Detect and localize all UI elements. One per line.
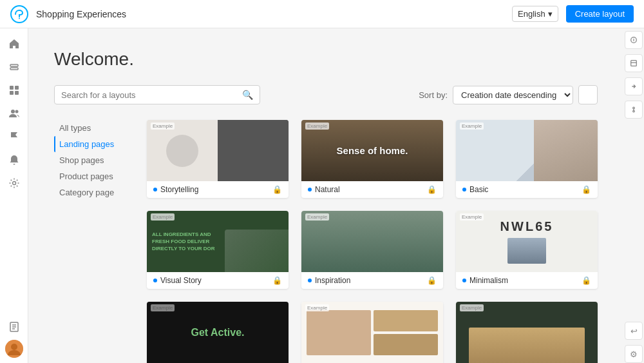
card-dot: [462, 188, 466, 191]
layout-body: All types Landing pages Shop pages Produ…: [54, 120, 598, 363]
thumb-basic: Example: [456, 120, 598, 181]
thumb-picture-grid: Example: [301, 302, 443, 363]
svg-point-19: [634, 38, 634, 39]
lock-icon: 🔒: [272, 185, 282, 194]
card-vibrant[interactable]: Example Get Active. Vibrant 🔒: [147, 302, 289, 363]
card-minimalism-label: Minimalism: [469, 276, 508, 285]
right-panel-icon-1[interactable]: [625, 31, 643, 49]
card-storytelling[interactable]: Example Storytelling 🔒: [147, 120, 289, 198]
svg-rect-4: [10, 86, 14, 90]
logo[interactable]: [10, 5, 28, 23]
svg-point-1: [19, 17, 20, 19]
card-dot: [153, 188, 157, 191]
svg-rect-5: [15, 86, 19, 90]
thumb-visual-story: Example ALL INGREDIENTS AND FRESH FOOD D…: [147, 211, 289, 272]
svg-rect-3: [10, 68, 18, 70]
welcome-title: Welcome.: [54, 49, 598, 70]
natural-overlay-text: Sense of home.: [337, 145, 408, 156]
right-panel-settings[interactable]: ⚙: [625, 345, 643, 363]
sidebar-icon-home[interactable]: [4, 34, 24, 54]
sidebar-icon-pages[interactable]: [4, 317, 24, 337]
right-panel-undo[interactable]: ↩: [625, 322, 643, 340]
cat-shop-pages[interactable]: Shop pages: [54, 152, 131, 168]
svg-rect-7: [15, 91, 19, 95]
content-area: Welcome. 🔍 Sort by: Creation date descen…: [28, 28, 623, 363]
category-nav: All types Landing pages Shop pages Produ…: [54, 120, 131, 363]
cat-all-types[interactable]: All types: [54, 120, 131, 136]
svg-point-22: [633, 107, 635, 109]
cat-category-page[interactable]: Category page: [54, 184, 131, 201]
card-basic-label: Basic: [469, 185, 488, 194]
sidebar-icon-flag[interactable]: [4, 126, 24, 147]
cat-landing-pages[interactable]: Landing pages: [54, 136, 131, 152]
card-dot: [462, 279, 466, 282]
svg-rect-20: [631, 61, 637, 66]
thumb-inspiration: Example: [301, 211, 443, 272]
card-picture-grid[interactable]: Example Picture grid: [301, 302, 443, 363]
sidebar-icon-grid[interactable]: [4, 80, 24, 101]
lock-icon: 🔒: [582, 276, 591, 285]
right-panel: ↩ ⚙: [623, 28, 644, 363]
card-inspiration[interactable]: Example Inspiration 🔒: [301, 211, 443, 289]
card-visual-story[interactable]: Example ALL INGREDIENTS AND FRESH FOOD D…: [147, 211, 289, 289]
card-minimalism[interactable]: Example NWL65 Minimalism 🔒: [456, 211, 598, 289]
lock-icon: 🔒: [427, 276, 437, 285]
language-select[interactable]: English ▾: [512, 6, 558, 22]
card-dot: [308, 188, 312, 191]
cat-product-pages[interactable]: Product pages: [54, 168, 131, 184]
sidebar-icon-layers[interactable]: [4, 57, 24, 77]
search-icon: 🔍: [242, 90, 253, 100]
thumb-natural: Example Sense of home.: [301, 120, 443, 181]
card-visual-story-label: Visual Story: [160, 276, 202, 285]
card-basic[interactable]: Example Basic 🔒: [456, 120, 598, 198]
lock-icon: 🔒: [582, 185, 591, 194]
svg-point-8: [11, 110, 15, 113]
template-grid: Example Storytelling 🔒: [147, 120, 598, 363]
create-layout-button[interactable]: Create layout: [566, 5, 634, 23]
card-storytelling-label: Storytelling: [160, 185, 198, 194]
card-dot: [153, 279, 157, 282]
svg-point-10: [12, 182, 15, 185]
thumb-minimalism: Example NWL65: [456, 211, 598, 272]
sidebar-icon-users[interactable]: [4, 103, 24, 124]
sort-select[interactable]: Creation date descending Creation date a…: [453, 86, 573, 104]
topbar: Shopping Experiences English ▾ Create la…: [0, 0, 644, 28]
right-panel-icon-2[interactable]: [625, 54, 643, 72]
thumb-storytelling: Example: [147, 120, 289, 181]
card-natural[interactable]: Example Sense of home. Natural 🔒: [301, 120, 443, 198]
page-title: Shopping Experiences: [36, 9, 504, 19]
right-panel-icon-4[interactable]: [625, 101, 643, 119]
card-dot: [308, 279, 312, 282]
thumb-vibrant: Example Get Active.: [147, 302, 289, 363]
search-box: 🔍: [54, 85, 260, 104]
card-widescreen[interactable]: Example Widescreen 🔒: [456, 302, 598, 363]
svg-rect-6: [10, 91, 14, 95]
thumb-widescreen: Example: [456, 302, 598, 363]
filter-button[interactable]: [578, 85, 598, 104]
card-natural-label: Natural: [315, 185, 340, 194]
right-panel-icon-3[interactable]: [625, 77, 643, 95]
lock-icon: 🔒: [272, 276, 282, 285]
main-layout: Welcome. 🔍 Sort by: Creation date descen…: [0, 28, 644, 363]
svg-point-9: [15, 110, 18, 113]
svg-point-23: [633, 110, 635, 112]
sort-row: Sort by: Creation date descending Creati…: [419, 85, 598, 104]
card-inspiration-label: Inspiration: [315, 276, 350, 285]
user-avatar[interactable]: [5, 340, 23, 358]
sidebar: [0, 28, 28, 363]
svg-point-16: [11, 344, 17, 350]
svg-rect-2: [10, 64, 18, 66]
sidebar-icon-settings[interactable]: [4, 173, 24, 193]
sidebar-icon-bell[interactable]: [4, 150, 24, 170]
search-input[interactable]: [61, 90, 237, 100]
toolbar: 🔍 Sort by: Creation date descending Crea…: [54, 85, 598, 104]
lock-icon: 🔒: [427, 185, 437, 194]
sort-label: Sort by:: [419, 90, 448, 100]
